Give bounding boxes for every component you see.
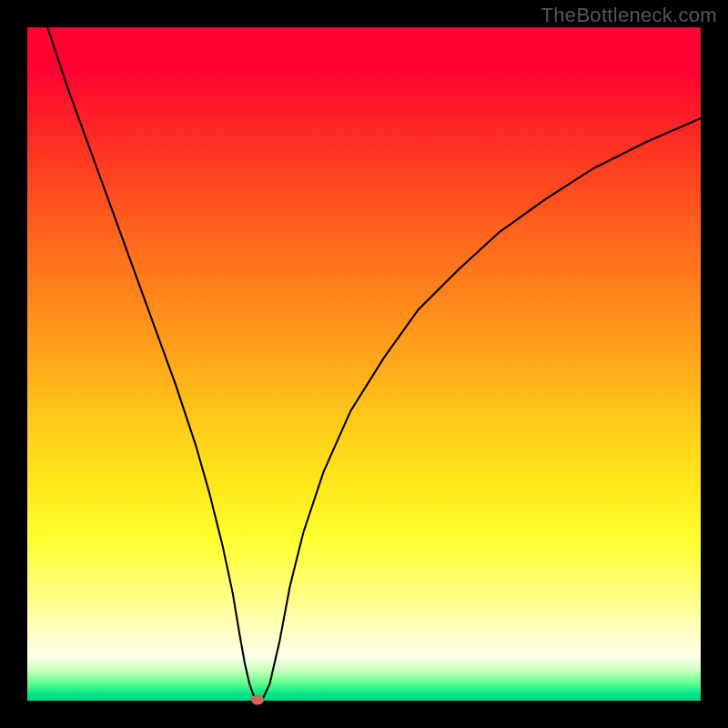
- watermark-text: TheBottleneck.com: [541, 4, 717, 27]
- curve-svg: [27, 27, 701, 701]
- minimum-marker: [251, 694, 264, 704]
- chart-stage: TheBottleneck.com: [0, 0, 728, 728]
- bottleneck-curve: [47, 27, 701, 700]
- plot-area: [27, 27, 701, 701]
